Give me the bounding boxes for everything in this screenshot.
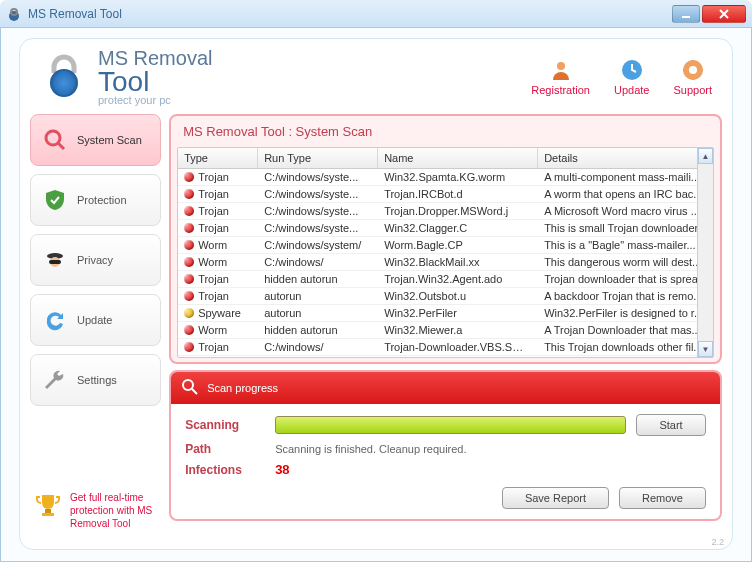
logo-tagline: protect your pc: [98, 94, 212, 106]
cell-details: This dangerous worm will dest...: [538, 254, 713, 270]
header: MS Removal Tool protect your pc Registra…: [30, 47, 722, 114]
sidebar-item-settings[interactable]: Settings: [30, 354, 161, 406]
cell-name: Win32.PerFiler: [378, 305, 538, 321]
progress-title: Scan progress: [207, 382, 278, 394]
cell-type: Trojan: [198, 273, 229, 285]
cell-type: Trojan: [198, 341, 229, 353]
shield-icon: [43, 188, 67, 212]
col-type[interactable]: Type: [178, 148, 258, 168]
sidebar-item-update[interactable]: Update: [30, 294, 161, 346]
promo-text: Get full real-time protection with MS Re…: [70, 491, 157, 530]
sidebar-item-label: Update: [77, 314, 112, 326]
table-row[interactable]: Wormhidden autorunWin32.Miewer.aA Trojan…: [178, 322, 713, 339]
support-icon: [681, 58, 705, 82]
sidebar-item-label: Protection: [77, 194, 127, 206]
table-row[interactable]: TrojanC:/windows/syste...Trojan.Dropper.…: [178, 203, 713, 220]
path-label: Path: [185, 442, 265, 456]
table-row[interactable]: SpywareautorunWin32.PerFilerWin32.PerFil…: [178, 305, 713, 322]
cell-name: Win32.Miewer.a: [378, 322, 538, 338]
scanning-label: Scanning: [185, 418, 265, 432]
sidebar-item-protection[interactable]: Protection: [30, 174, 161, 226]
sidebar-item-label: Settings: [77, 374, 117, 386]
panel-title: MS Removal Tool : System Scan: [177, 120, 714, 147]
threat-dot-icon: [184, 257, 194, 267]
svg-point-9: [46, 131, 60, 145]
app-icon: [6, 6, 22, 22]
cell-name: Win32.Peacomm.dam: [378, 356, 538, 357]
sidebar-item-privacy[interactable]: Privacy: [30, 234, 161, 286]
cell-runtype: C:/windows/syste...: [258, 203, 378, 219]
table-row[interactable]: WormC:/windows/system/Worm.Bagle.CPThis …: [178, 237, 713, 254]
svg-point-5: [557, 62, 565, 70]
svg-point-4: [55, 71, 73, 95]
cell-name: Trojan.IRCBot.d: [378, 186, 538, 202]
threat-dot-icon: [184, 240, 194, 250]
svg-point-8: [689, 66, 697, 74]
threat-dot-icon: [184, 189, 194, 199]
cell-details: Trojan downloader that is sprea...: [538, 271, 713, 287]
cell-type: Worm: [198, 324, 227, 336]
threat-dot-icon: [184, 206, 194, 216]
cell-runtype: C:/windows/syste...: [258, 220, 378, 236]
close-button[interactable]: [702, 5, 746, 23]
header-link-registration[interactable]: Registration: [531, 58, 590, 96]
minimize-button[interactable]: [672, 5, 700, 23]
header-link-label: Support: [673, 84, 712, 96]
header-link-update[interactable]: Update: [614, 58, 649, 96]
threat-dot-icon: [184, 342, 194, 352]
cell-name: Win32.BlackMail.xx: [378, 254, 538, 270]
scrollbar[interactable]: ▲ ▼: [697, 148, 713, 357]
promo[interactable]: Get full real-time protection with MS Re…: [30, 487, 161, 534]
header-link-support[interactable]: Support: [673, 58, 712, 96]
cell-runtype: C:/windows/: [258, 339, 378, 355]
trophy-icon: [34, 491, 62, 519]
scroll-up-icon[interactable]: ▲: [698, 148, 713, 164]
table-row[interactable]: TrojanC:/windows/Trojan-Downloader.VBS.S…: [178, 339, 713, 356]
infections-label: Infections: [185, 463, 265, 477]
cell-details: A Microsoft Word macro virus ...: [538, 203, 713, 219]
cell-details: This is small Trojan downloader...: [538, 220, 713, 236]
col-details[interactable]: Details: [538, 148, 713, 168]
threat-dot-icon: [184, 308, 194, 318]
cell-type: Trojan: [198, 188, 229, 200]
magnifier-icon: [181, 378, 199, 398]
table-row[interactable]: TrojanC:/windows/syste...Win32.Clagger.C…: [178, 220, 713, 237]
cell-details: Win32.PerFiler is designed to r...: [538, 305, 713, 321]
save-report-button[interactable]: Save Report: [502, 487, 609, 509]
table-row[interactable]: Trojanhidden autorunTrojan.Win32.Agent.a…: [178, 271, 713, 288]
wrench-icon: [43, 368, 67, 392]
path-value: Scanning is finished. Cleanup required.: [275, 443, 706, 455]
cell-runtype: C:/windows/: [258, 254, 378, 270]
start-button[interactable]: Start: [636, 414, 706, 436]
threat-dot-icon: [184, 274, 194, 284]
cell-details: A Trojan Downloader that is sp...: [538, 356, 713, 357]
table-row[interactable]: TrojanC:/windows/syste...Win32.Spamta.KG…: [178, 169, 713, 186]
cell-type: Trojan: [198, 290, 229, 302]
cell-runtype: autorun: [258, 305, 378, 321]
magnifier-icon: [43, 128, 67, 152]
cell-runtype: autorun: [258, 356, 378, 357]
col-name[interactable]: Name: [378, 148, 538, 168]
cell-type: Trojan: [198, 171, 229, 183]
cell-runtype: C:/windows/syste...: [258, 169, 378, 185]
cell-name: Win32.Clagger.C: [378, 220, 538, 236]
sidebar-item-label: Privacy: [77, 254, 113, 266]
scroll-down-icon[interactable]: ▼: [698, 341, 713, 357]
table-row[interactable]: WormC:/windows/Win32.BlackMail.xxThis da…: [178, 254, 713, 271]
user-icon: [549, 58, 573, 82]
table-row[interactable]: TrojanC:/windows/syste...Trojan.IRCBot.d…: [178, 186, 713, 203]
progress-bar: [275, 416, 626, 434]
cell-type: Worm: [198, 239, 227, 251]
threat-dot-icon: [184, 172, 194, 182]
titlebar: MS Removal Tool: [0, 0, 752, 28]
sidebar-item-system-scan[interactable]: System Scan: [30, 114, 161, 166]
cell-name: Win32.Outsbot.u: [378, 288, 538, 304]
table-row[interactable]: WormautorunWin32.Peacomm.damA Trojan Dow…: [178, 356, 713, 357]
spy-icon: [43, 248, 67, 272]
remove-button[interactable]: Remove: [619, 487, 706, 509]
lock-icon: [40, 53, 88, 101]
svg-rect-12: [49, 260, 61, 264]
table-row[interactable]: TrojanautorunWin32.Outsbot.uA backdoor T…: [178, 288, 713, 305]
infections-count: 38: [275, 462, 706, 477]
col-runtype[interactable]: Run Type: [258, 148, 378, 168]
